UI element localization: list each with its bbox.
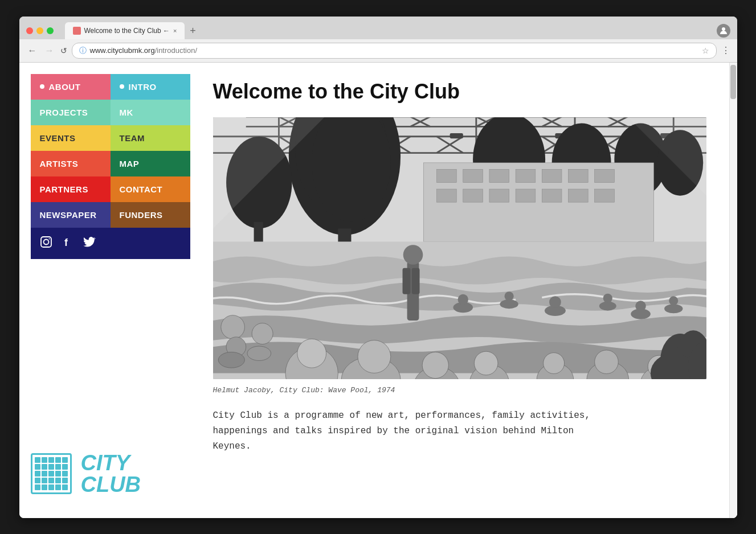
svg-point-3 xyxy=(48,238,50,239)
svg-rect-67 xyxy=(489,189,509,202)
svg-rect-108 xyxy=(402,268,410,294)
bookmark-icon[interactable]: ☆ xyxy=(702,46,709,55)
back-button[interactable]: ← xyxy=(26,44,39,57)
logo-grid-icon xyxy=(31,453,72,494)
svg-text:f: f xyxy=(64,237,68,248)
new-tab-button[interactable]: + xyxy=(185,23,201,39)
svg-rect-64 xyxy=(594,169,614,182)
tab-close-button[interactable]: × xyxy=(173,27,177,34)
sidebar-label-partners: PARTNERS xyxy=(40,184,88,194)
svg-point-99 xyxy=(549,296,561,308)
security-icon: ⓘ xyxy=(79,46,87,56)
sidebar-label-funders: FUNDERS xyxy=(120,210,163,220)
image-caption: Helmut Jacoby, City Club: Wave Pool, 197… xyxy=(213,386,706,395)
logo-club: CLUB xyxy=(81,474,141,495)
svg-rect-60 xyxy=(489,169,509,182)
svg-rect-63 xyxy=(568,169,588,182)
svg-rect-70 xyxy=(568,189,588,202)
svg-point-97 xyxy=(504,291,513,301)
nav-grid: ABOUT INTRO PROJECTS MK EVENTS TEAM xyxy=(31,74,190,259)
maximize-window-button[interactable] xyxy=(47,27,54,34)
sidebar-label-projects: PROJECTS xyxy=(40,108,88,117)
logo-area: CITY CLUB xyxy=(31,441,190,507)
svg-rect-109 xyxy=(411,268,419,294)
svg-rect-66 xyxy=(463,189,483,202)
scrollbar-thumb[interactable] xyxy=(730,65,736,99)
sidebar: ABOUT INTRO PROJECTS MK EVENTS TEAM xyxy=(19,63,190,518)
instagram-icon[interactable] xyxy=(40,236,52,251)
svg-rect-71 xyxy=(594,189,614,202)
sidebar-item-projects[interactable]: PROJECTS xyxy=(31,100,111,125)
svg-point-87 xyxy=(543,352,564,373)
twitter-icon[interactable] xyxy=(83,236,96,251)
svg-point-104 xyxy=(664,304,683,313)
sidebar-item-artists[interactable]: ARTISTS xyxy=(31,151,111,176)
svg-point-0 xyxy=(722,27,725,31)
svg-point-100 xyxy=(599,301,616,310)
svg-rect-57 xyxy=(423,162,653,241)
account-icon[interactable] xyxy=(717,24,730,38)
svg-point-107 xyxy=(403,245,423,265)
sidebar-label-artists: ARTISTS xyxy=(40,159,79,169)
svg-point-76 xyxy=(252,323,273,344)
svg-rect-58 xyxy=(436,169,456,182)
svg-rect-44 xyxy=(449,133,463,138)
sidebar-label-about: ABOUT xyxy=(49,82,81,92)
sidebar-item-intro[interactable]: INTRO xyxy=(111,74,190,100)
url-display: www.cityclubmk.org/introduction/ xyxy=(90,46,698,55)
minimize-window-button[interactable] xyxy=(36,27,43,34)
svg-point-96 xyxy=(500,299,518,309)
main-content-area: Welcome to the City Club xyxy=(190,63,729,518)
hero-image xyxy=(213,117,706,379)
svg-point-75 xyxy=(218,352,244,368)
forward-button[interactable]: → xyxy=(43,44,56,57)
browser-titlebar: Welcome to the City Club ← × + xyxy=(19,17,737,39)
sidebar-label-newspaper: NEWSPAPER xyxy=(40,210,97,220)
sidebar-item-team[interactable]: TEAM xyxy=(111,125,190,151)
svg-point-85 xyxy=(474,351,498,375)
svg-point-105 xyxy=(669,296,678,305)
sidebar-item-funders[interactable]: FUNDERS xyxy=(111,202,190,228)
svg-rect-62 xyxy=(542,169,562,182)
sidebar-item-events[interactable]: EVENTS xyxy=(31,125,111,151)
svg-rect-65 xyxy=(436,189,456,202)
tab-title: Welcome to the City Club ← xyxy=(84,27,170,35)
browser-menu-button[interactable]: ⋮ xyxy=(721,45,730,56)
svg-point-73 xyxy=(220,315,244,339)
close-window-button[interactable] xyxy=(26,27,33,34)
sidebar-item-about[interactable]: ABOUT xyxy=(31,74,111,100)
url-path: /introduction/ xyxy=(155,46,197,55)
sidebar-label-contact: CONTACT xyxy=(120,184,163,194)
svg-point-81 xyxy=(358,340,391,373)
svg-point-101 xyxy=(603,293,612,302)
address-bar[interactable]: ⓘ www.cityclubmk.org/introduction/ ☆ xyxy=(72,43,717,59)
window-controls xyxy=(26,27,54,34)
facebook-icon[interactable]: f xyxy=(62,236,74,251)
url-domain: www.cityclubmk.org xyxy=(90,46,155,55)
sidebar-item-mk[interactable]: MK xyxy=(111,100,190,125)
svg-point-77 xyxy=(247,346,271,360)
logo-text: CITY CLUB xyxy=(81,452,141,495)
tab-favicon xyxy=(73,27,81,35)
sidebar-item-partners[interactable]: PARTNERS xyxy=(31,176,111,202)
active-tab[interactable]: Welcome to the City Club ← × xyxy=(65,22,185,39)
sidebar-item-map[interactable]: MAP xyxy=(111,151,190,176)
browser-window: Welcome to the City Club ← × + ← → ↺ ⓘ w… xyxy=(19,17,737,518)
svg-rect-59 xyxy=(463,169,483,182)
sidebar-item-contact[interactable]: CONTACT xyxy=(111,176,190,202)
active-dot xyxy=(40,84,44,89)
browser-tabs: Welcome to the City Club ← × + xyxy=(65,22,711,39)
scrollbar[interactable] xyxy=(729,63,737,518)
svg-point-95 xyxy=(457,294,468,304)
sidebar-item-newspaper[interactable]: NEWSPAPER xyxy=(31,202,111,228)
svg-point-89 xyxy=(594,350,618,373)
logo-city: CITY xyxy=(81,452,141,474)
page-description: City Club is a programme of new art, per… xyxy=(213,408,612,455)
sidebar-label-mk: MK xyxy=(120,108,133,117)
sidebar-label-events: EVENTS xyxy=(40,133,76,143)
svg-point-83 xyxy=(422,352,448,378)
page-content: ABOUT INTRO PROJECTS MK EVENTS TEAM xyxy=(19,63,737,518)
refresh-button[interactable]: ↺ xyxy=(60,46,67,55)
sidebar-label-intro: INTRO xyxy=(129,82,157,92)
sidebar-label-map: MAP xyxy=(120,159,140,169)
